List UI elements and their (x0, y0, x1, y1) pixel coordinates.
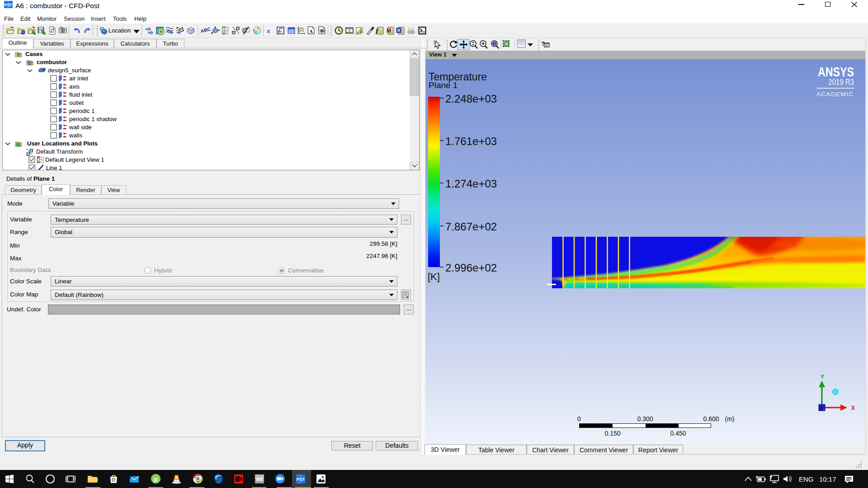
svg-text:M: M (387, 28, 391, 34)
svg-text:α: α (280, 29, 282, 33)
svg-text:ENG: ENG (799, 475, 814, 483)
svg-text:2: 2 (412, 27, 414, 31)
svg-text:2019 R3: 2019 R3 (828, 78, 854, 87)
svg-text:1: 1 (42, 161, 44, 164)
svg-text:PST: PST (297, 477, 305, 482)
svg-text:ANSYS: ANSYS (818, 65, 854, 79)
svg-text:Y: Y (821, 374, 824, 380)
svg-text:PST: PST (5, 3, 13, 7)
svg-text:Z: Z (820, 406, 823, 411)
svg-text:WB: WB (256, 477, 264, 482)
svg-text:1: 1 (408, 27, 410, 31)
svg-text:µ: µ (154, 476, 157, 483)
svg-text:ACADEMIC: ACADEMIC (816, 91, 854, 98)
svg-text:x: x (266, 27, 270, 34)
svg-text:X: X (851, 405, 855, 412)
svg-text:1: 1 (227, 32, 229, 35)
svg-text:ABC: ABC (200, 26, 211, 34)
svg-text:10:17: 10:17 (819, 475, 836, 483)
svg-text:A: A (309, 28, 313, 34)
